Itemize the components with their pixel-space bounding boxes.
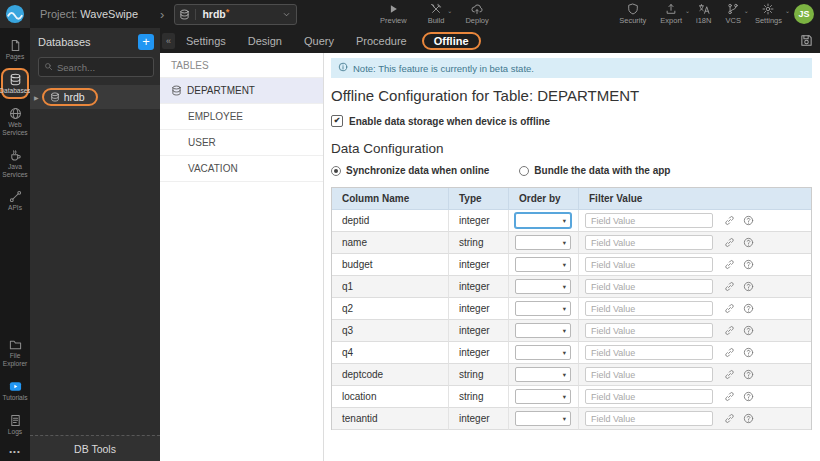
link-icon[interactable] xyxy=(724,391,735,402)
add-database-button[interactable]: + xyxy=(138,34,154,50)
radio-option-synchronize[interactable]: Synchronize data when online xyxy=(331,165,489,176)
db-tools-button[interactable]: DB Tools xyxy=(30,435,160,461)
radio-option-bundle[interactable]: Bundle the data with the app xyxy=(519,165,670,176)
link-icon[interactable] xyxy=(724,413,735,424)
select-caret-icon: ▾ xyxy=(563,393,566,401)
order-by-select[interactable]: ▾ xyxy=(515,235,571,250)
save-icon[interactable] xyxy=(800,34,813,47)
checkbox-icon[interactable]: ✔ xyxy=(331,115,343,127)
sidebar-item-java-services[interactable]: Java Services xyxy=(1,144,29,183)
link-icon[interactable] xyxy=(724,215,735,226)
db-tree-item-hrdb[interactable]: ▶hrdb xyxy=(30,85,160,109)
user-avatar[interactable]: JS xyxy=(794,4,814,24)
help-icon[interactable] xyxy=(743,281,754,292)
collapse-panel-button[interactable]: « xyxy=(162,33,175,49)
filter-value-input[interactable] xyxy=(585,257,713,272)
row-action-icons xyxy=(724,215,754,226)
filter-value-input[interactable] xyxy=(585,411,713,426)
sidebar-item-label: Pages xyxy=(6,53,25,61)
sidebar-more-button[interactable]: ••• xyxy=(9,447,20,456)
sidebar-item-web-services[interactable]: Web Services xyxy=(1,102,29,141)
order-by-select[interactable]: ▾ xyxy=(515,411,571,426)
sidebar-item-apis[interactable]: APIs xyxy=(1,185,29,216)
filter-value-input[interactable] xyxy=(585,389,713,404)
enable-offline-checkbox[interactable]: ✔ Enable data storage when device is off… xyxy=(331,115,812,127)
tab-query[interactable]: Query xyxy=(293,32,345,50)
sidebar-item-file-explorer[interactable]: File Explorer xyxy=(1,333,29,372)
help-icon[interactable] xyxy=(743,413,754,424)
help-icon[interactable] xyxy=(743,391,754,402)
breadcrumb-chevron-icon: › xyxy=(160,7,164,22)
tab-design[interactable]: Design xyxy=(237,32,293,50)
column-type: integer xyxy=(459,325,490,336)
order-by-select[interactable]: ▾ xyxy=(515,279,571,294)
help-icon[interactable] xyxy=(743,237,754,248)
filter-value-input[interactable] xyxy=(585,213,713,228)
tab-procedure[interactable]: Procedure xyxy=(345,32,418,50)
radio-icon[interactable] xyxy=(331,166,341,176)
security-button[interactable]: Security xyxy=(617,2,648,26)
column-type: integer xyxy=(459,303,490,314)
preview-button[interactable]: Preview xyxy=(378,2,409,26)
order-by-select[interactable]: ▾ xyxy=(515,323,571,338)
help-icon[interactable] xyxy=(743,347,754,358)
order-by-select[interactable]: ▾ xyxy=(515,257,571,272)
column-type: integer xyxy=(459,281,490,292)
link-icon[interactable] xyxy=(724,325,735,336)
help-icon[interactable] xyxy=(743,369,754,380)
table-item-label: VACATION xyxy=(188,163,238,174)
filter-value-input[interactable] xyxy=(585,301,713,316)
i18n-label: i18N xyxy=(696,16,711,25)
table-item-user[interactable]: USER xyxy=(160,130,323,156)
project-name: WaveSwipe xyxy=(80,8,138,20)
settings-button[interactable]: Settings⌄ xyxy=(753,2,784,26)
vcs-button[interactable]: VCS⌄ xyxy=(723,2,742,26)
order-by-select[interactable]: ▾ xyxy=(515,367,571,382)
tables-panel: TABLES DEPARTMENTEMPLOYEEUSERVACATION xyxy=(160,53,324,461)
link-icon[interactable] xyxy=(724,281,735,292)
link-icon[interactable] xyxy=(724,303,735,314)
config-row: q3integer▾ xyxy=(332,320,811,342)
link-icon[interactable] xyxy=(724,237,735,248)
filter-value-input[interactable] xyxy=(585,323,713,338)
export-button[interactable]: Export⌄ xyxy=(658,2,684,26)
order-by-select[interactable]: ▾ xyxy=(515,213,571,228)
link-icon[interactable] xyxy=(724,369,735,380)
sidebar-item-databases[interactable]: Databases xyxy=(1,68,29,99)
column-name-cell: deptcode xyxy=(332,364,449,386)
deploy-button[interactable]: Deploy xyxy=(463,2,490,26)
i18n-button[interactable]: i18N xyxy=(694,2,713,26)
order-by-cell: ▾ xyxy=(509,298,579,320)
sidebar-item-logs[interactable]: Logs xyxy=(1,409,29,440)
tab-settings[interactable]: Settings xyxy=(175,32,237,50)
page-icon xyxy=(9,39,22,53)
radio-icon[interactable] xyxy=(519,166,529,176)
db-selector-value: hrdb* xyxy=(202,8,229,20)
sidebar-item-tutorials[interactable]: Tutorials xyxy=(1,375,29,406)
filter-value-input[interactable] xyxy=(585,279,713,294)
tab-offline[interactable]: Offline xyxy=(422,32,481,50)
order-by-select[interactable]: ▾ xyxy=(515,389,571,404)
help-icon[interactable] xyxy=(743,325,754,336)
filter-value-input[interactable] xyxy=(585,235,713,250)
table-item-employee[interactable]: EMPLOYEE xyxy=(160,104,323,130)
tree-expand-icon[interactable]: ▶ xyxy=(34,94,39,101)
database-search-input[interactable]: Search... xyxy=(38,57,154,77)
order-by-select[interactable]: ▾ xyxy=(515,345,571,360)
link-icon[interactable] xyxy=(724,347,735,358)
filter-value-input[interactable] xyxy=(585,345,713,360)
table-item-department[interactable]: DEPARTMENT xyxy=(160,78,323,104)
link-icon[interactable] xyxy=(724,259,735,270)
db-item-label: hrdb xyxy=(64,91,85,103)
chevron-down-icon: ⌄ xyxy=(685,7,690,14)
table-item-vacation[interactable]: VACATION xyxy=(160,156,323,182)
help-icon[interactable] xyxy=(743,259,754,270)
build-button[interactable]: Build⌄ xyxy=(426,2,447,26)
order-by-select[interactable]: ▾ xyxy=(515,301,571,316)
db-selector-dropdown[interactable]: hrdb* xyxy=(174,4,297,25)
sidebar-item-pages[interactable]: Pages xyxy=(1,34,29,65)
filter-value-input[interactable] xyxy=(585,367,713,382)
help-icon[interactable] xyxy=(743,215,754,226)
wavemaker-logo[interactable] xyxy=(0,0,30,28)
help-icon[interactable] xyxy=(743,303,754,314)
